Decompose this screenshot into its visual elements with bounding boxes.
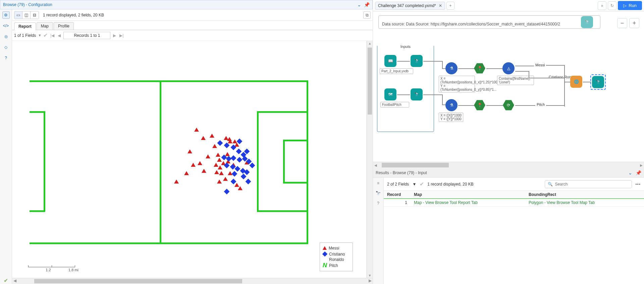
legend-messi-label: Messi: [329, 245, 339, 251]
results-table[interactable]: Record Map BoundingRect 1 Map - View Bro…: [384, 191, 644, 284]
record-summary: 1 record displayed, 2 fields, 20 KB: [43, 13, 104, 17]
formula-tool-1[interactable]: ⚗: [445, 62, 458, 74]
results-collapse-icon[interactable]: ⌄: [628, 170, 632, 175]
collapse-icon[interactable]: ⌄: [357, 2, 361, 7]
messi-point: [202, 169, 206, 173]
run-button[interactable]: ▷Run: [618, 1, 642, 10]
search-input[interactable]: [555, 182, 629, 187]
ronaldo-point: [224, 143, 230, 148]
results-sidebar: ≡ 🔭 ?: [373, 178, 384, 284]
datasource-text: Data source: Data Source: https://figsha…: [382, 22, 560, 26]
messi-point: [187, 149, 192, 153]
results-fields-count: 2 of 2 Fields: [387, 182, 409, 187]
layout-split-v-icon[interactable]: ◫: [22, 11, 31, 19]
results-record-summary: 1 record displayed, 20 KB: [427, 182, 473, 187]
input-2-label: FootballPitch: [380, 102, 409, 108]
legend-pitch-label: Pitch: [329, 263, 338, 268]
canvas-horizontal-scrollbar[interactable]: ◀▶: [373, 162, 644, 168]
results-toolbar: 2 of 2 Fields ▼ ✔ 1 record displayed, 20…: [384, 178, 644, 191]
messi-point: [238, 186, 243, 190]
configuration-pane: Browse (79) - Configuration ⌄ 📌 ⚙ </> ◎ …: [0, 0, 373, 284]
map-canvas[interactable]: 1.2 1.8 mi Messi Cristiano Ronaldo NPitc…: [12, 41, 367, 278]
help-icon[interactable]: ?: [2, 54, 10, 62]
view-toolbar: ▭ ◫ ⊟ 1 record displayed, 2 fields, 20 K…: [12, 9, 373, 21]
ronaldo-point: [231, 155, 236, 161]
apply-check-icon[interactable]: ✔: [2, 277, 10, 284]
first-record-icon[interactable]: |◀: [50, 33, 55, 38]
results-fields-dropdown-icon[interactable]: ▼: [412, 182, 416, 187]
tab-map[interactable]: Map: [37, 22, 53, 30]
last-record-icon[interactable]: ▶|: [119, 33, 124, 38]
tab-profile[interactable]: Profile: [54, 22, 74, 30]
report-map-tool[interactable]: 🌐: [570, 76, 582, 88]
results-more-icon[interactable]: •••: [635, 182, 641, 187]
zoom-controls: − +: [617, 18, 639, 28]
filter-tool[interactable]: ◬: [502, 62, 515, 74]
add-tab-button[interactable]: ＋: [446, 2, 454, 10]
fields-dropdown-icon[interactable]: ▼: [38, 33, 41, 37]
results-pin-icon[interactable]: 📌: [636, 170, 641, 175]
create-points-tool-2[interactable]: 📍: [474, 99, 486, 111]
col-boundingrect[interactable]: BoundingRect: [525, 191, 644, 199]
table-row[interactable]: 1 Map - View Browse Tool Report Tab Poly…: [384, 199, 644, 207]
config-title: Browse (79) - Configuration: [3, 2, 52, 7]
target-icon[interactable]: ◎: [2, 33, 10, 40]
layout-split-h-icon[interactable]: ⊟: [31, 11, 39, 19]
fields-check-icon[interactable]: ✔: [43, 32, 48, 39]
cell-map[interactable]: Map - View Browse Tool Report Tab: [411, 199, 525, 207]
cell-rect[interactable]: Polygon - View Browse Tool Map Tab: [525, 199, 644, 207]
results-check-icon[interactable]: ✔: [420, 181, 424, 187]
zoom-out-button[interactable]: −: [617, 18, 627, 28]
ronaldo-point: [237, 157, 243, 163]
spatial-tool-3[interactable]: ⟳: [502, 99, 515, 111]
record-range[interactable]: Records 1 to 1: [63, 32, 110, 39]
gear-icon[interactable]: ⚙: [2, 11, 10, 19]
results-list-icon[interactable]: ≡: [375, 180, 382, 187]
history-icon[interactable]: ↻: [608, 1, 616, 10]
col-record[interactable]: Record: [384, 191, 411, 199]
zoom-in-button[interactable]: +: [629, 18, 639, 28]
vertical-scrollbar[interactable]: ▲ ▼: [367, 41, 373, 278]
messi-point: [194, 128, 199, 132]
workflow-canvas[interactable]: Data source: Data Source: https://figsha…: [373, 11, 644, 162]
horizontal-scrollbar[interactable]: ◀ ▶: [12, 278, 373, 284]
xml-icon[interactable]: </>: [2, 22, 10, 29]
browse-tool-selected[interactable]: 🔭: [592, 76, 604, 88]
overflow-icon[interactable]: »: [598, 1, 606, 10]
scale-bar: 1.2 1.8 mi: [28, 265, 78, 272]
messi-point: [219, 171, 224, 175]
workflow-tab[interactable]: Challenge 347 completed.yxmd* ✕: [375, 2, 445, 10]
legend-ronaldo-label: Cristiano Ronaldo: [329, 252, 349, 262]
browse-tool-2[interactable]: 🔭: [411, 88, 423, 100]
datasource-comment: Data source: Data Source: https://figsha…: [378, 15, 600, 29]
col-map[interactable]: Map: [411, 191, 525, 199]
next-record-icon[interactable]: ▶: [112, 33, 117, 38]
tag-icon[interactable]: ◇: [2, 44, 10, 51]
browse-tool-partial[interactable]: 🔭: [581, 16, 593, 28]
legend-messi-icon: [323, 246, 327, 250]
results-help-icon[interactable]: ?: [375, 200, 382, 207]
create-points-tool-1[interactable]: 📍: [474, 62, 486, 74]
fields-count: 1 of 1 Fields: [14, 33, 36, 38]
map-legend: Messi Cristiano Ronaldo NPitch: [320, 242, 353, 271]
messi-point: [184, 171, 189, 175]
close-tab-icon[interactable]: ✕: [439, 3, 442, 8]
cell-record: 1: [384, 199, 411, 207]
ronaldo-point: [217, 140, 223, 146]
input-data-tool-1[interactable]: 📖: [384, 55, 396, 67]
layout-single-icon[interactable]: ▭: [14, 11, 22, 19]
results-search[interactable]: 🔍: [545, 180, 632, 188]
messi-point: [212, 144, 217, 148]
input-data-tool-2[interactable]: 🗺: [384, 88, 396, 100]
pin-icon[interactable]: 📌: [364, 2, 370, 7]
results-binoculars-icon[interactable]: 🔭: [375, 190, 382, 197]
record-nav: 1 of 1 Fields ▼ ✔ |◀ ◀ Records 1 to 1 ▶ …: [12, 30, 373, 41]
tab-report[interactable]: Report: [14, 22, 36, 30]
pitch-connection-label: Pitch: [537, 102, 545, 106]
browse-tool-1[interactable]: 🔭: [411, 55, 423, 67]
filter-out-true-label: Messi: [535, 63, 545, 67]
popout-icon[interactable]: ⧉: [363, 11, 371, 19]
messi-point: [223, 177, 228, 181]
prev-record-icon[interactable]: ◀: [57, 33, 61, 38]
formula-tool-2[interactable]: ⚗: [445, 99, 458, 111]
